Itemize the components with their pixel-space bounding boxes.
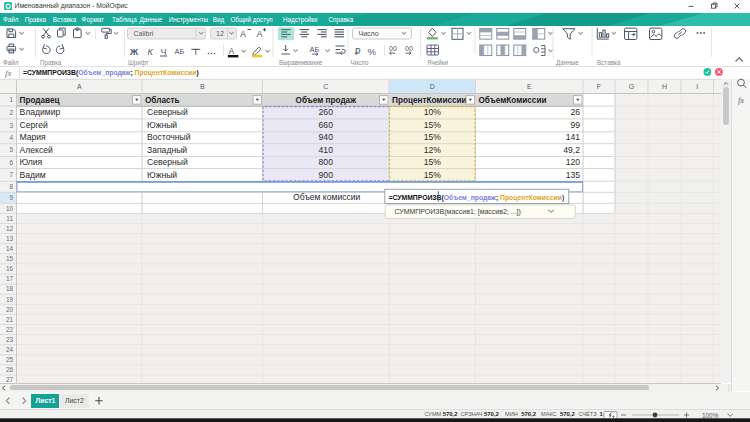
svg-text:Северный: Северный <box>147 157 188 167</box>
svg-text:Северный: Северный <box>147 107 188 117</box>
svg-text:8: 8 <box>9 183 13 190</box>
svg-text:Восточный: Восточный <box>147 132 191 142</box>
svg-text:Юлия: Юлия <box>20 157 43 167</box>
svg-text:2: 2 <box>9 109 13 116</box>
svg-text:20: 20 <box>6 306 14 313</box>
svg-text:11: 11 <box>6 215 13 222</box>
svg-text:Владимир: Владимир <box>20 107 61 117</box>
svg-text:D: D <box>430 83 435 90</box>
svg-text:25: 25 <box>6 356 14 363</box>
svg-text:ОбъемКомиссии: ОбъемКомиссии <box>479 95 547 105</box>
svg-text:1: 1 <box>9 96 13 103</box>
svg-text:940: 940 <box>319 132 334 142</box>
svg-text:15%: 15% <box>424 132 442 142</box>
svg-text:18: 18 <box>6 285 14 292</box>
svg-text:Вадим: Вадим <box>20 170 46 180</box>
svg-text:15%: 15% <box>424 170 442 180</box>
svg-text:260: 260 <box>319 107 334 117</box>
svg-text:A: A <box>77 83 82 90</box>
svg-text:21: 21 <box>6 316 14 323</box>
svg-text:120: 120 <box>566 157 581 167</box>
svg-text:3: 3 <box>9 122 13 129</box>
svg-text:Объем продаж: Объем продаж <box>296 95 357 105</box>
svg-text:14: 14 <box>6 245 14 252</box>
svg-text:9: 9 <box>9 194 13 201</box>
svg-text:7: 7 <box>9 171 13 178</box>
svg-text:Продавец: Продавец <box>20 96 60 105</box>
svg-text:4: 4 <box>9 134 13 141</box>
svg-text:5: 5 <box>9 146 13 153</box>
svg-text:F: F <box>597 83 601 90</box>
svg-text:B: B <box>200 83 205 90</box>
svg-text:24: 24 <box>6 346 14 353</box>
svg-text:26: 26 <box>570 107 580 117</box>
svg-text:27: 27 <box>6 376 14 383</box>
svg-text:100%: 100% <box>702 411 719 418</box>
svg-text:141: 141 <box>566 132 581 142</box>
svg-text:10%: 10% <box>424 107 442 117</box>
svg-text:135: 135 <box>566 170 581 180</box>
svg-text:15%: 15% <box>424 120 442 130</box>
svg-text:Мария: Мария <box>20 132 47 142</box>
svg-text:C: C <box>323 83 328 90</box>
svg-text:I: I <box>696 83 698 90</box>
svg-text:Западный: Западный <box>147 145 187 155</box>
svg-text:13: 13 <box>6 235 14 242</box>
svg-text:СУММПРОИЗВ(массив1; [массив2;: СУММПРОИЗВ(массив1; [массив2; ...]) <box>394 208 520 216</box>
svg-text:17: 17 <box>6 275 14 282</box>
svg-text:800: 800 <box>319 157 334 167</box>
svg-text:900: 900 <box>319 170 334 180</box>
svg-text:Алексей: Алексей <box>20 145 53 155</box>
svg-text:=СУММПРОИЗВ(Объем_продаж; Проц: =СУММПРОИЗВ(Объем_продаж; ПроцентКомисси… <box>389 194 565 202</box>
svg-text:23: 23 <box>6 336 14 343</box>
svg-text:99: 99 <box>570 120 580 130</box>
svg-text:H: H <box>662 83 667 90</box>
svg-text:10: 10 <box>6 205 14 212</box>
svg-text:660: 660 <box>319 120 334 130</box>
svg-text:Южный: Южный <box>147 170 177 180</box>
svg-text:16: 16 <box>6 265 14 272</box>
svg-text:E: E <box>527 83 532 90</box>
svg-text:19: 19 <box>6 296 14 303</box>
svg-text:Область: Область <box>145 95 180 105</box>
svg-text:49,2: 49,2 <box>563 145 580 155</box>
svg-text:12: 12 <box>6 225 14 232</box>
svg-text:410: 410 <box>319 145 334 155</box>
svg-text:G: G <box>629 83 634 90</box>
svg-text:15%: 15% <box>424 157 442 167</box>
svg-text:15: 15 <box>6 255 14 262</box>
svg-text:Объем комиссии: Объем комиссии <box>293 192 361 202</box>
svg-text:12%: 12% <box>424 145 442 155</box>
svg-text:Сергей: Сергей <box>20 120 48 130</box>
svg-text:22: 22 <box>6 326 14 333</box>
svg-text:ПроцентКомиссии: ПроцентКомиссии <box>392 96 467 105</box>
svg-text:6: 6 <box>9 159 13 166</box>
svg-text:26: 26 <box>6 366 14 373</box>
svg-text:Южный: Южный <box>147 120 177 130</box>
